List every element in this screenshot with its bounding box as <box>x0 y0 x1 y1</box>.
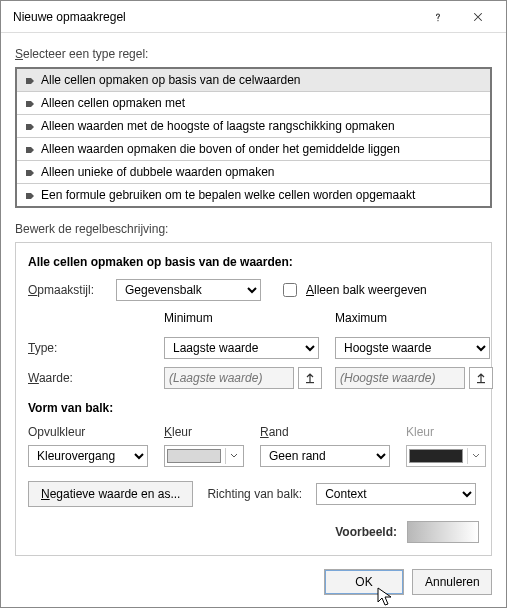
arrow-right-icon <box>25 144 35 154</box>
format-style-select[interactable]: Gegevensbalk <box>116 279 261 301</box>
help-button[interactable] <box>418 3 458 31</box>
border-label: Rand <box>260 425 400 439</box>
preview-label: Voorbeeld: <box>335 525 397 539</box>
min-type-select[interactable]: Laagste waarde <box>164 337 319 359</box>
fill-label: Opvulkleur <box>28 425 158 439</box>
rule-type-item[interactable]: Alleen cellen opmaken met <box>17 92 490 115</box>
content: Selecteer een type regel: Alle cellen op… <box>1 33 506 564</box>
rule-type-text: Alleen waarden opmaken die boven of onde… <box>41 142 400 156</box>
close-button[interactable] <box>458 3 498 31</box>
max-range-picker-button[interactable] <box>469 367 493 389</box>
maximum-header: Maximum <box>335 311 500 325</box>
bar-appearance-label: Vorm van balk: <box>28 401 479 415</box>
max-type-select[interactable]: Hoogste waarde <box>335 337 490 359</box>
border-color-label: Kleur <box>406 425 496 439</box>
arrow-right-icon <box>25 75 35 85</box>
rule-type-text: Een formule gebruiken om te bepalen welk… <box>41 188 415 202</box>
arrow-right-icon <box>25 167 35 177</box>
type-label: Type: <box>28 341 158 355</box>
fill-color-swatch <box>167 449 221 463</box>
dialog-title: Nieuwe opmaakregel <box>13 10 418 24</box>
rule-type-item[interactable]: Een formule gebruiken om te bepalen welk… <box>17 184 490 206</box>
svg-rect-0 <box>306 382 314 383</box>
min-value-input <box>164 367 294 389</box>
ok-button[interactable]: OK <box>324 569 404 595</box>
dialog-footer: OK Annuleren <box>324 569 492 595</box>
fill-color-label: Kleur <box>164 425 254 439</box>
arrow-right-icon <box>25 121 35 131</box>
rule-type-item[interactable]: Alleen unieke of dubbele waarden opmaken <box>17 161 490 184</box>
arrow-right-icon <box>25 98 35 108</box>
border-color-picker[interactable] <box>406 445 486 467</box>
cancel-button[interactable]: Annuleren <box>412 569 492 595</box>
fill-type-select[interactable]: Kleurovergang <box>28 445 148 467</box>
svg-rect-1 <box>477 382 485 383</box>
arrow-right-icon <box>25 190 35 200</box>
border-type-select[interactable]: Geen rand <box>260 445 390 467</box>
rule-type-text: Alleen cellen opmaken met <box>41 96 185 110</box>
description-title: Alle cellen opmaken op basis van de waar… <box>28 255 479 269</box>
show-bar-only-label: Alleen balk weergeven <box>306 283 427 297</box>
rule-type-text: Alleen unieke of dubbele waarden opmaken <box>41 165 275 179</box>
rule-type-text: Alleen waarden met de hoogste of laagste… <box>41 119 395 133</box>
value-label: Waarde: <box>28 371 158 385</box>
chevron-down-icon <box>225 448 241 464</box>
rule-type-text: Alle cellen opmaken op basis van de celw… <box>41 73 301 87</box>
min-range-picker-button[interactable] <box>298 367 322 389</box>
minimum-header: Minimum <box>164 311 329 325</box>
fill-color-picker[interactable] <box>164 445 244 467</box>
chevron-down-icon <box>467 448 483 464</box>
rule-type-list[interactable]: Alle cellen opmaken op basis van de celw… <box>15 67 492 208</box>
rule-type-item[interactable]: Alleen waarden met de hoogste of laagste… <box>17 115 490 138</box>
dialog: Nieuwe opmaakregel Selecteer een type re… <box>0 0 507 608</box>
edit-description-label: Bewerk de regelbeschrijving: <box>15 222 492 236</box>
rule-type-item[interactable]: Alle cellen opmaken op basis van de celw… <box>17 69 490 92</box>
format-style-label: Opmaakstijl: <box>28 283 108 297</box>
bar-direction-label: Richting van balk: <box>207 487 302 501</box>
titlebar: Nieuwe opmaakregel <box>1 1 506 33</box>
show-bar-only-checkbox[interactable] <box>283 283 297 297</box>
rule-type-item[interactable]: Alleen waarden opmaken die boven of onde… <box>17 138 490 161</box>
description-panel: Alle cellen opmaken op basis van de waar… <box>15 242 492 556</box>
border-color-swatch <box>409 449 463 463</box>
show-bar-only-wrapper[interactable]: Alleen balk weergeven <box>279 280 427 300</box>
select-rule-type-label: Selecteer een type regel: <box>15 47 492 61</box>
negative-value-axis-button[interactable]: Negatieve waarde en as... <box>28 481 193 507</box>
max-value-input <box>335 367 465 389</box>
bar-direction-select[interactable]: Context <box>316 483 476 505</box>
preview-swatch <box>407 521 479 543</box>
